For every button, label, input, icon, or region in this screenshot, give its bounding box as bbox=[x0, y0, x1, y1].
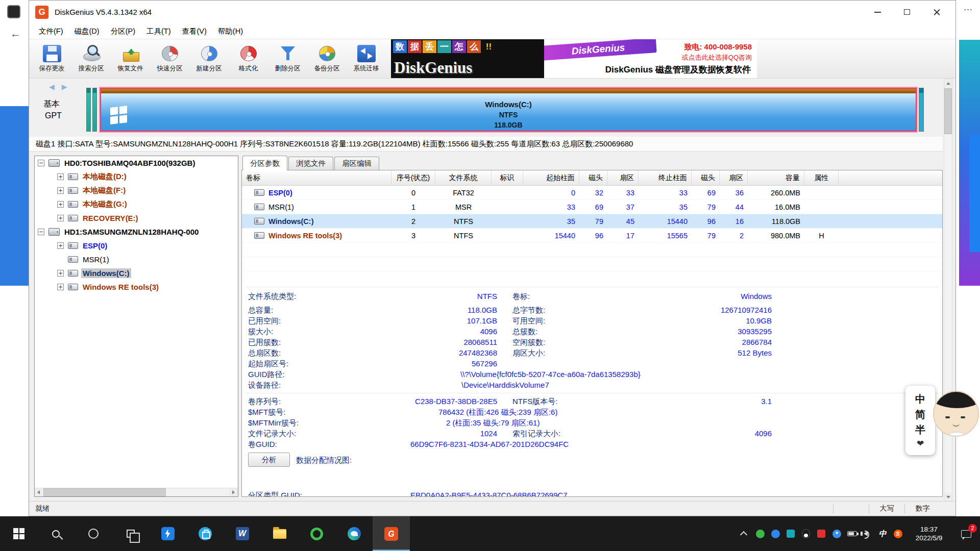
taskbar-tray-qq[interactable] bbox=[798, 516, 814, 551]
ad-banner[interactable]: 数据丢一怎么!! DiskGenius DiskGenius 致电: 400-0… bbox=[391, 39, 757, 78]
tree-item-5[interactable]: −HD1:SAMSUNGMZNLN128HAHQ-000 bbox=[35, 225, 238, 239]
ime-floating-widget[interactable]: 中简半❤ bbox=[905, 386, 980, 455]
taskbar-search[interactable] bbox=[37, 516, 75, 551]
analyze-button[interactable]: 分析 bbox=[248, 453, 290, 467]
table-row[interactable]: Windows(C:)2NTFS357945154409616118.0GB bbox=[242, 214, 942, 229]
tree-item-4[interactable]: +RECOVERY(E:) bbox=[35, 211, 238, 225]
taskbar-tray-ime[interactable]: 中 bbox=[875, 516, 890, 551]
expand-icon[interactable]: + bbox=[57, 284, 64, 290]
taskbar-clock[interactable]: 18:37 2022/5/9 bbox=[905, 525, 952, 542]
column-header-2[interactable]: 文件系统 bbox=[435, 170, 492, 185]
taskbar-tray-green[interactable] bbox=[752, 516, 768, 551]
partition-msr-strip[interactable] bbox=[92, 88, 97, 132]
taskbar-app-browser[interactable] bbox=[298, 516, 335, 551]
taskbar-tray-battery[interactable] bbox=[844, 516, 860, 551]
menu-item-3[interactable]: 工具(T) bbox=[141, 23, 177, 39]
minimize-button[interactable] bbox=[863, 1, 892, 23]
toolbar-search-button[interactable]: 搜索分区 bbox=[71, 40, 111, 77]
scroll-left-icon[interactable] bbox=[35, 488, 43, 496]
column-header-3[interactable]: 标识 bbox=[492, 170, 523, 185]
partition-windows-strip[interactable]: Windows(C:) NTFS 118.0GB bbox=[100, 88, 917, 132]
menu-item-4[interactable]: 查看(V) bbox=[177, 23, 212, 39]
tree-horizontal-scrollbar[interactable] bbox=[35, 488, 238, 496]
tab-1[interactable]: 浏览文件 bbox=[288, 157, 333, 170]
collapse-icon[interactable]: − bbox=[38, 229, 44, 235]
column-header-9[interactable]: 扇区 bbox=[720, 170, 748, 185]
taskbar-app-explorer[interactable] bbox=[261, 516, 298, 551]
column-header-4[interactable]: 起始柱面 bbox=[523, 170, 579, 185]
expand-icon[interactable]: + bbox=[57, 201, 64, 208]
menu-item-5[interactable]: 帮助(H) bbox=[212, 23, 249, 39]
taskbar-app-diskgenius[interactable] bbox=[373, 516, 410, 551]
table-row[interactable]: Windows RE tools(3)3NTFS1544096171556579… bbox=[242, 229, 942, 243]
maximize-button[interactable] bbox=[892, 1, 922, 23]
next-disk-button[interactable]: ▶ bbox=[59, 83, 70, 91]
collapse-icon[interactable]: − bbox=[38, 160, 44, 166]
tree-item-3[interactable]: +本地磁盘(G:) bbox=[35, 197, 238, 211]
tree-item-8[interactable]: +Windows(C:) bbox=[35, 266, 238, 280]
scrollbar-thumb[interactable] bbox=[43, 488, 166, 496]
scroll-up-icon[interactable] bbox=[944, 79, 952, 88]
taskbar-task-view[interactable] bbox=[112, 516, 149, 551]
column-header-11[interactable]: 属性 bbox=[804, 170, 839, 185]
column-header-8[interactable]: 磁头 bbox=[692, 170, 720, 185]
expand-icon[interactable]: + bbox=[57, 215, 64, 221]
expand-icon[interactable]: + bbox=[57, 270, 64, 277]
expand-icon[interactable]: + bbox=[57, 187, 64, 194]
table-row[interactable]: MSR(1)1MSR33693735794416.0MB bbox=[242, 200, 942, 214]
scroll-down-icon[interactable] bbox=[944, 493, 952, 502]
toolbar-backup-partition-button[interactable]: 备份分区 bbox=[307, 40, 347, 77]
column-header-7[interactable]: 终止柱面 bbox=[639, 170, 692, 185]
column-header-0[interactable]: 卷标 bbox=[242, 170, 391, 185]
toolbar-quick-partition-button[interactable]: 快速分区 bbox=[150, 40, 189, 77]
expand-icon[interactable]: + bbox=[57, 173, 64, 180]
table-row[interactable]: ESP(0)0FAT3203233336936260.0MB bbox=[242, 186, 942, 200]
ime-status-box[interactable]: 中简半❤ bbox=[905, 386, 935, 455]
taskbar-app-store[interactable] bbox=[186, 516, 224, 551]
taskbar-tray-red[interactable] bbox=[814, 516, 829, 551]
column-header-6[interactable]: 扇区 bbox=[607, 170, 639, 185]
tree-item-1[interactable]: +本地磁盘(D:) bbox=[35, 170, 238, 184]
taskbar-app-edge[interactable] bbox=[335, 516, 373, 551]
toolbar-format-button[interactable]: 格式化 bbox=[229, 40, 268, 77]
taskbar-app-word[interactable] bbox=[224, 516, 261, 551]
action-center-button[interactable]: 2 bbox=[952, 516, 980, 551]
expand-icon[interactable]: + bbox=[57, 242, 64, 249]
taskbar-tray-volume[interactable] bbox=[860, 516, 875, 551]
toolbar-save-button[interactable]: 保存更改 bbox=[32, 40, 71, 77]
taskbar-cortana[interactable] bbox=[75, 516, 112, 551]
partition-esp-strip[interactable] bbox=[86, 88, 91, 132]
toolbar-system-migrate-button[interactable]: 系统迁移 bbox=[347, 40, 386, 77]
ad-qq-link[interactable]: 或点击此处选择QQ咨询 bbox=[682, 53, 752, 62]
tree-item-7[interactable]: MSR(1) bbox=[35, 253, 238, 266]
ad-tile: !! bbox=[482, 40, 496, 53]
partition-re-tools-strip[interactable] bbox=[919, 88, 924, 132]
menu-item-1[interactable]: 磁盘(D) bbox=[69, 23, 105, 39]
tab-2[interactable]: 扇区编辑 bbox=[334, 157, 379, 170]
column-header-5[interactable]: 磁头 bbox=[579, 170, 607, 185]
toolbar-delete-partition-button[interactable]: 删除分区 bbox=[268, 40, 307, 77]
column-header-1[interactable]: 序号(状态) bbox=[391, 170, 435, 185]
tree-item-2[interactable]: +本地磁盘(F:) bbox=[35, 184, 238, 197]
close-button[interactable] bbox=[922, 1, 951, 23]
toolbar-new-partition-button[interactable]: 新建分区 bbox=[189, 40, 229, 77]
tree-item-9[interactable]: +Windows RE tools(3) bbox=[35, 280, 238, 294]
prev-disk-button[interactable]: ◀ bbox=[46, 83, 57, 91]
menu-item-2[interactable]: 分区(P) bbox=[105, 23, 141, 39]
menu-item-0[interactable]: 文件(F) bbox=[33, 23, 69, 39]
taskbar-tray-snow[interactable] bbox=[829, 516, 844, 551]
taskbar-tray-blue[interactable] bbox=[768, 516, 783, 551]
tree-item-6[interactable]: +ESP(0) bbox=[35, 239, 238, 253]
tree-item-label: HD1:SAMSUNGMZNLN128HAHQ-000 bbox=[63, 227, 200, 237]
column-header-10[interactable]: 容量 bbox=[748, 170, 804, 185]
toolbar-recover-button[interactable]: 恢复文件 bbox=[111, 40, 150, 77]
taskbar-tray-teal[interactable] bbox=[783, 516, 798, 551]
taskbar-tray-sogou[interactable] bbox=[890, 516, 905, 551]
tray-expand-icon[interactable] bbox=[735, 516, 752, 551]
tab-0[interactable]: 分区参数 bbox=[242, 156, 287, 170]
scrollbar-thumb[interactable] bbox=[944, 88, 952, 134]
tree-item-0[interactable]: −HD0:TOSHIBAMQ04ABF100(932GB) bbox=[35, 156, 238, 170]
taskbar-app-lightning[interactable] bbox=[149, 516, 186, 551]
taskbar-start[interactable] bbox=[0, 516, 37, 551]
scroll-right-icon[interactable] bbox=[229, 488, 238, 496]
